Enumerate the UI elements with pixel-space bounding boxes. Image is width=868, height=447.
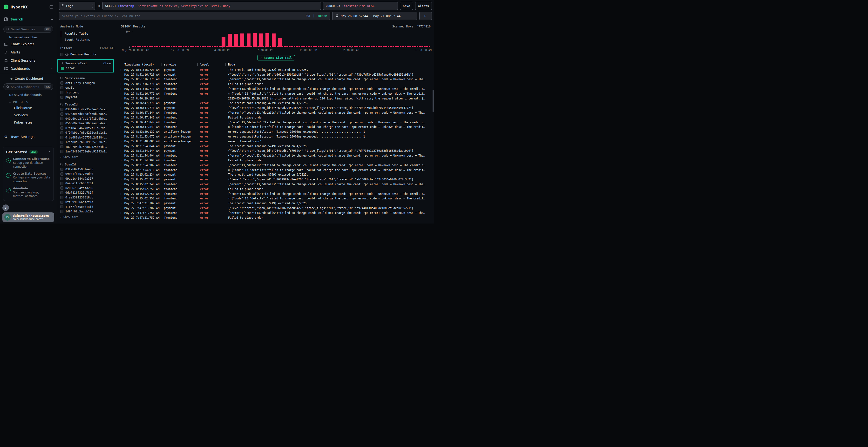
lucene-search-input[interactable]: Search your events w/ Lucene ex. column:… [59,12,330,20]
log-row[interactable]: ›May 27 8:36:47.847 AMfrontenderror{"cod… [118,120,434,125]
col-level[interactable]: level [200,63,209,66]
histogram-bar[interactable] [266,33,269,47]
filter-checkbox[interactable] [60,196,63,199]
run-query-button[interactable]: ▷ [419,12,432,20]
filter-checkbox[interactable] [60,191,63,194]
filter-option[interactable]: frontend [60,91,115,94]
filter-checkbox[interactable] [60,210,63,213]
row-expander-icon[interactable]: › [120,206,124,210]
presets-toggle[interactable]: PRESETS [3,98,54,104]
filter-checkbox[interactable] [60,182,63,185]
log-row[interactable]: ›May 27 8:51:16.720 AMpaymenterror{"leve… [118,72,434,77]
sidebar-item-team-settings[interactable]: ⚙ Team Settings [3,132,54,141]
filter-option[interactable]: 056cd9acbaac8637a4354a2… [60,122,115,125]
row-expander-icon[interactable]: › [120,130,124,133]
filter-option[interactable]: 042a30c3dc1baf660b27863… [60,112,115,115]
log-row[interactable]: ›May 27 8:21:54.844 AMpaymenterrorThe cr… [118,144,434,148]
get-started-step-sources[interactable]: ✓ Create Data Sources Configure where yo… [6,172,51,183]
row-expander-icon[interactable]: › [120,144,124,148]
col-timestamp[interactable]: Timestamp (Local) [124,63,154,66]
histogram-bar[interactable] [240,33,244,47]
column-resize-handle[interactable] [225,63,226,66]
filter-option[interactable]: 03f7b824595feec5 [60,168,115,171]
filter-option[interactable]: 18287038b73e882425c64b8… [60,145,115,148]
row-expander-icon[interactable]: › [120,211,124,215]
filter-checkbox[interactable] [60,186,63,190]
row-expander-icon[interactable]: › [120,192,124,196]
filter-option[interactable]: 09ab1c4544c9a357 [60,177,115,180]
log-row[interactable]: ›May 27 8:51:16.771 AMfrontenderror× {"c… [118,91,434,96]
get-started-step-add-data[interactable]: ✓ Add Data Start sending logs, metrics, … [6,186,51,198]
log-row[interactable]: ›May 27 8:33:29.132 AMartillery-loadgene… [118,129,434,134]
sql-toggle-option[interactable]: SQL [306,14,311,18]
column-resize-handle[interactable] [197,63,198,66]
language-toggle[interactable]: SQL | Lucene [306,14,327,18]
column-resize-handle[interactable] [431,63,431,66]
row-expander-icon[interactable]: › [120,154,124,157]
log-row[interactable]: ›May 27 8:21:54.907 AMfrontenderrorFaile… [118,158,434,163]
filter-option[interactable]: 0fbe680eb456750b2d1184c… [60,136,115,139]
filter-checkbox[interactable] [60,205,63,208]
filter-clear-link[interactable]: Clear [103,62,112,65]
filter-option[interactable]: 09041fb457779da0 [60,172,115,176]
filter-option[interactable]: 11c67fe55c0d13fd [60,205,115,209]
sidebar-collapse-icon[interactable] [50,5,53,9]
row-expander-icon[interactable]: › [120,125,124,129]
row-expander-icon[interactable]: › [120,135,124,138]
log-row[interactable]: ›May 27 8:46:29.281 AM2025-05-26T09:45:2… [118,96,434,101]
chevron-up-icon[interactable] [49,151,51,153]
filter-option[interactable]: artillery-loadgen [60,82,115,85]
filter-checkbox[interactable] [60,122,63,125]
log-row[interactable]: ›May 27 8:21:54.910 AMfrontenderror× {"c… [118,168,434,172]
get-started-header[interactable]: Get Started 3/3 [6,150,51,154]
filter-checkbox[interactable] [60,145,63,148]
filter-checkbox[interactable] [60,150,63,153]
row-expander-icon[interactable]: › [120,178,124,181]
filter-checkbox[interactable] [60,177,63,180]
histogram-bar[interactable] [247,33,250,47]
log-row[interactable]: ›May 27 7:47:21.752 AMfrontenderrorFaile… [118,215,434,220]
row-expander-icon[interactable]: › [120,173,124,176]
filter-option[interactable]: 0ff8990066efcf1d [60,201,115,204]
log-row[interactable]: ›May 27 8:21:54.904 AMfrontenderror{"err… [118,153,434,158]
search-icon[interactable] [60,103,63,106]
log-row[interactable]: ›May 27 8:36:47.844 AMfrontenderror{"err… [118,110,434,115]
log-row[interactable]: ›May 27 8:31:48.083 AMartillery-loadgene… [118,139,434,144]
search-icon[interactable] [60,77,63,79]
search-icon[interactable] [61,62,63,65]
row-expander-icon[interactable]: › [120,87,124,91]
filter-option[interactable]: 12ec8dd52b60b9525733b7e… [60,141,115,144]
histogram-bar[interactable] [228,34,232,47]
column-resize-handle[interactable] [161,63,161,66]
chevron-up-icon[interactable] [51,17,53,22]
log-row[interactable]: ›May 27 8:15:02.250 AMfrontenderrorFaile… [118,187,434,192]
log-row[interactable]: ›May 27 7:47:21.750 AMfrontenderror{"err… [118,210,434,215]
row-expander-icon[interactable]: › [120,68,124,72]
log-row[interactable]: ›May 27 7:47:21.702 AMpaymenterrorThe cr… [118,201,434,206]
log-row[interactable]: ›May 27 8:15:02.252 AMfrontenderror× {"c… [118,196,434,201]
filter-checkbox[interactable] [60,96,63,99]
filter-option[interactable]: 0de781ff325a781f [60,191,115,194]
save-button[interactable]: Save [400,2,413,10]
row-expander-icon[interactable]: › [120,77,124,81]
filter-checkbox[interactable] [60,86,63,89]
row-expander-icon[interactable]: › [120,202,124,205]
row-expander-icon[interactable]: › [120,106,124,110]
histogram-bar[interactable] [234,34,238,47]
row-expander-icon[interactable]: › [120,101,124,105]
log-row[interactable]: ›May 27 8:51:16.771 AMfrontenderrorFaile… [118,82,434,87]
select-query-input[interactable]: SELECTTimestamp, ServiceName as service,… [102,2,321,10]
filter-option[interactable]: ✓error [61,67,112,70]
row-expander-icon[interactable]: › [120,111,124,114]
help-button[interactable]: ? [2,204,9,211]
filter-checkbox[interactable] [60,117,63,120]
filter-checkbox[interactable] [60,168,63,171]
filter-checkbox[interactable] [60,91,63,94]
tab-results-table[interactable]: Results Table [61,31,115,37]
show-more-link[interactable]: Show more [60,215,115,219]
filter-option[interactable]: 1ae42480d758e9ab91193a1… [60,150,115,153]
log-row[interactable]: ›May 27 8:21:54.907 AMfrontenderror{"cod… [118,163,434,168]
orderby-input[interactable]: ORDER BY TimestampTime DESC [323,2,398,10]
row-expander-icon[interactable]: › [120,140,124,143]
search-icon[interactable] [60,163,63,166]
